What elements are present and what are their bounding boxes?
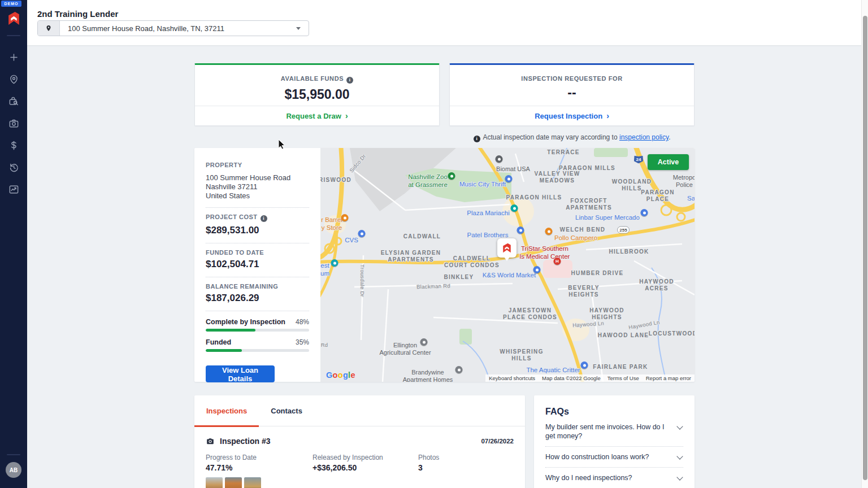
reports-icon [8,184,19,195]
sidebar-item-photos[interactable] [2,112,25,134]
faq-title: FAQs [545,407,683,417]
chevron-down-icon [676,423,683,429]
brandywine-apartment-homes-pin[interactable] [455,366,463,373]
sidebar-item-portfolio-search[interactable] [2,90,25,112]
faq-item[interactable]: My builder sent me invoices. How do I ge… [545,417,683,446]
brand-logo-icon [502,242,512,254]
history-icon [8,162,19,173]
chevron-right-icon: › [606,111,609,120]
available-funds-label: AVAILABLE FUNDSi [195,75,439,84]
pollo-campero-pin[interactable] [545,228,553,235]
inspections-panel: Inspections Contacts Inspection #3 07/26… [194,395,525,488]
inspection-photos [206,477,525,488]
google-logo: Google [326,371,355,380]
info-icon[interactable]: i [346,77,353,84]
funded-pct: 35% [296,338,309,346]
property-pane: PROPERTY 100 Summer House Road Nashville… [194,148,320,382]
funded-label: Funded [206,338,231,346]
funded-to-date-label: FUNDED TO DATE [206,249,309,256]
terms-of-use-link[interactable]: Terms of Use [604,375,643,381]
music-city-thrift-pin[interactable] [505,175,513,182]
map-attribution: Keyboard shortcutsMap data ©2022 GoogleT… [485,374,695,382]
faq-item[interactable]: How do construction loans work? [545,446,683,467]
inspection-policy-link[interactable]: inspection policy [619,133,669,141]
inspection-requested-card: INSPECTION REQUESTED FOR -- Request Insp… [449,63,695,126]
hospital-pin[interactable]: H [554,258,561,265]
locations-icon [8,74,19,85]
brand-logo[interactable] [7,11,21,28]
nashville-zoo-pin[interactable] [448,172,455,180]
photos-field: Photos 3 [418,454,439,472]
sidebar-item-reports[interactable] [2,178,25,201]
faq-question: Why do I need inspections? [545,473,632,482]
info-icon: i [474,136,480,142]
chevron-right-icon: › [345,111,348,120]
sidebar-item-history[interactable] [2,156,25,178]
address-value: 100 Summer House Road, Nashville, TN, 37… [60,24,296,33]
view-loan-details-button[interactable]: View Loan Details [206,365,275,382]
report-map-error-link[interactable]: Report a map error [643,375,695,381]
sidebar-item-locations[interactable] [2,68,25,90]
plaza-mariachi-pin[interactable] [511,204,518,212]
info-icon[interactable]: i [261,215,267,222]
property-map-card: PROPERTY 100 Summer House Road Nashville… [194,148,695,382]
portfolio-search-icon [8,96,19,107]
funded-to-date-value: $102,504.71 [206,259,309,270]
complete-by-inspection-pct: 48% [296,318,309,326]
ellington-agricultural-center-pin[interactable] [420,338,428,346]
status-badge[interactable]: Active [648,154,689,170]
tabs: Inspections Contacts [194,395,525,426]
released-by-inspection-field: Released by Inspection +$36,206.50 [313,454,383,472]
available-funds-value: $15,950.00 [195,87,439,102]
sidebar-divider [7,35,20,36]
faq-item[interactable]: Why do I need inspections? [545,467,683,488]
sidebar-item-payments[interactable] [2,134,25,156]
aquatic-critter-pin[interactable] [581,361,588,369]
scrollbar [861,0,868,488]
chevron-down-icon [676,453,683,459]
map-tiles [320,148,695,382]
property-map-marker[interactable] [497,238,517,258]
faq-question: How do construction loans work? [545,452,649,461]
balance-remaining-label: BALANCE REMAINING [206,283,309,290]
faq-question: My builder sent me invoices. How do I ge… [545,422,669,441]
location-pin-icon [38,21,60,36]
progress-bar [206,349,309,352]
patel-brothers-pin[interactable] [517,226,524,234]
faq-list: My builder sent me invoices. How do I ge… [545,417,683,488]
inspection-photo-thumbnail[interactable] [225,477,242,488]
sidebar: DEMO AB [0,0,27,488]
linbar-super-mercado-pin[interactable] [641,209,648,216]
biomat-usa-pin[interactable] [496,155,503,163]
progress-to-date-field: Progress to Date 47.71% [206,454,257,472]
inspection-photo-thumbnail[interactable] [206,477,223,488]
request-inspection-link[interactable]: Request Inspection› [450,106,694,125]
scrollbar-thumb[interactable] [863,16,867,480]
tab-contacts[interactable]: Contacts [259,395,314,426]
museum-pin[interactable] [331,259,338,267]
map-data-text: Map data ©2022 Google [539,375,604,381]
cvs-pin[interactable] [358,230,366,237]
sidebar-item-add[interactable] [2,46,25,68]
payments-icon [8,140,19,151]
ks-world-market-pin[interactable] [533,266,541,273]
avatar[interactable]: AB [6,462,21,478]
cracker-barrel-pin[interactable] [341,214,349,221]
available-funds-card: AVAILABLE FUNDSi $15,950.00 Request a Dr… [194,63,440,126]
tab-inspections[interactable]: Inspections [194,395,259,426]
inspection-title[interactable]: Inspection #3 [220,437,270,446]
property-label: PROPERTY [206,162,309,168]
camera-icon [206,437,215,445]
inspection-photo-thumbnail[interactable] [244,477,261,488]
inspection-requested-value: -- [450,85,694,101]
photos-icon [8,118,19,129]
request-draw-link[interactable]: Request a Draw› [195,106,439,125]
brand-logo-icon [7,11,21,26]
sidebar-divider [7,454,20,455]
address-selector[interactable]: 100 Summer House Road, Nashville, TN, 37… [37,20,309,36]
add-icon [8,52,19,63]
map[interactable]: TERRACEPARAGON MILLSVALLEY VIEW MEADOWSW… [320,148,695,382]
page-title: 2nd Training Lender [37,9,118,19]
chevron-down-icon [296,27,301,30]
keyboard-shortcuts-link[interactable]: Keyboard shortcuts [485,375,539,381]
